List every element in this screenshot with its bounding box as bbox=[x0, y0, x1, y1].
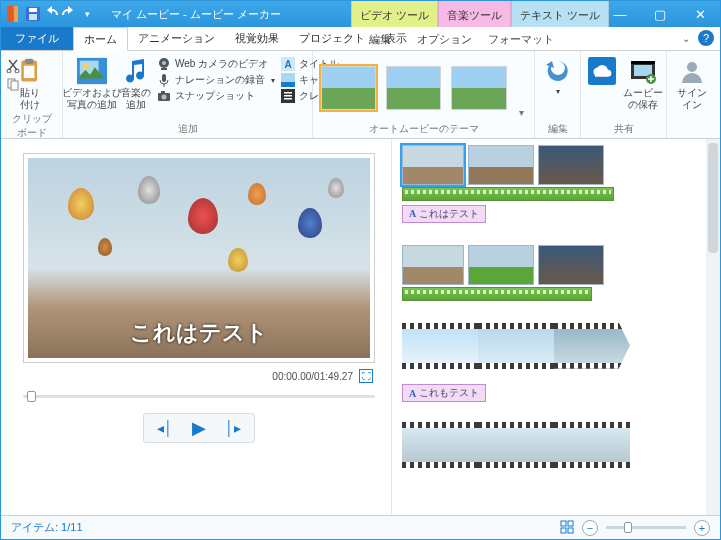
svg-rect-5 bbox=[29, 14, 37, 20]
prev-frame-button[interactable]: ◂│ bbox=[150, 417, 180, 439]
tab-animation[interactable]: アニメーション bbox=[128, 27, 225, 50]
statusbar: アイテム: 1/11 − + bbox=[1, 515, 720, 539]
clip-4[interactable] bbox=[402, 245, 464, 285]
svg-point-36 bbox=[687, 62, 697, 72]
svg-point-17 bbox=[162, 61, 166, 65]
contextual-tab-text[interactable]: テキスト ツール bbox=[511, 1, 609, 27]
transport-controls: ◂│ ▶ │▸ bbox=[143, 413, 255, 443]
camera-icon bbox=[157, 89, 171, 103]
contextual-tab-video[interactable]: ビデオ ツール bbox=[351, 1, 438, 27]
svg-text:A: A bbox=[284, 59, 291, 70]
qat-dropdown-icon[interactable]: ▾ bbox=[79, 6, 95, 22]
tab-home[interactable]: ホーム bbox=[73, 27, 128, 51]
title-icon: A bbox=[281, 57, 295, 71]
svg-rect-22 bbox=[161, 91, 165, 94]
clip-11[interactable] bbox=[478, 422, 554, 468]
tab-file[interactable]: ファイル bbox=[1, 27, 73, 50]
snapshot-button[interactable]: スナップショット bbox=[157, 89, 275, 103]
subtab-format[interactable]: フォーマット bbox=[480, 27, 562, 51]
svg-rect-38 bbox=[568, 521, 573, 526]
next-frame-button[interactable]: │▸ bbox=[218, 417, 248, 439]
clip-12[interactable] bbox=[554, 422, 630, 468]
clip-6[interactable] bbox=[538, 245, 604, 285]
clip-7[interactable] bbox=[402, 323, 478, 369]
onedrive-button[interactable] bbox=[587, 55, 617, 85]
theme-thumb-1[interactable] bbox=[321, 66, 376, 110]
text-track-2[interactable]: Aこれもテスト bbox=[402, 384, 486, 402]
svg-rect-18 bbox=[161, 68, 167, 70]
theme-thumb-3[interactable] bbox=[451, 66, 506, 110]
theme-thumb-2[interactable] bbox=[386, 66, 441, 110]
group-themes-label: オートムービーのテーマ bbox=[319, 120, 528, 136]
app-icon bbox=[7, 6, 23, 22]
collapse-ribbon-icon[interactable]: ⌄ bbox=[682, 33, 690, 44]
preview-video[interactable]: これはテスト bbox=[23, 153, 375, 363]
play-button[interactable]: ▶ bbox=[184, 417, 214, 439]
clip-9[interactable] bbox=[554, 323, 630, 369]
timeline-pane: Aこれはテスト Aこれもテスト bbox=[391, 139, 720, 515]
preview-caption-overlay: これはテスト bbox=[24, 318, 374, 348]
maximize-button[interactable]: ▢ bbox=[640, 1, 680, 27]
text-track-1[interactable]: Aこれはテスト bbox=[402, 205, 486, 223]
onedrive-icon bbox=[587, 57, 617, 85]
narration-button[interactable]: ナレーションの録音▾ bbox=[157, 73, 275, 87]
group-edit-label: 編集 bbox=[541, 120, 574, 136]
close-button[interactable]: ✕ bbox=[680, 1, 720, 27]
status-items: アイテム: 1/11 bbox=[11, 520, 83, 535]
caption-icon bbox=[281, 73, 295, 87]
save-movie-button[interactable]: ムービー の保存 bbox=[623, 55, 663, 110]
svg-rect-28 bbox=[284, 92, 292, 94]
undo-icon[interactable] bbox=[43, 6, 59, 22]
preview-pane: これはテスト 00:00.00/01:49.27 ⛶ ◂│ ▶ │▸ bbox=[1, 139, 391, 515]
paste-button[interactable]: 貼り 付け bbox=[7, 55, 53, 110]
mic-icon bbox=[157, 73, 171, 87]
zoom-slider[interactable] bbox=[606, 526, 686, 529]
add-music-button[interactable]: 音楽の 追加 bbox=[121, 55, 151, 110]
add-video-photo-button[interactable]: ビデオおよび 写真の追加 bbox=[69, 55, 115, 110]
help-icon[interactable]: ? bbox=[698, 30, 714, 46]
themes-more-icon[interactable]: ▾ bbox=[515, 58, 528, 118]
time-display: 00:00.00/01:49.27 bbox=[272, 371, 353, 382]
credit-icon bbox=[281, 89, 295, 103]
clip-2[interactable] bbox=[468, 145, 534, 185]
save-movie-icon bbox=[628, 57, 658, 85]
svg-rect-33 bbox=[631, 61, 655, 64]
fullscreen-icon[interactable]: ⛶ bbox=[359, 369, 373, 383]
rotate-button[interactable]: ▾ bbox=[541, 55, 574, 96]
clip-1[interactable] bbox=[402, 145, 464, 185]
svg-rect-8 bbox=[24, 66, 35, 78]
redo-icon[interactable] bbox=[61, 6, 77, 22]
webcam-video-button[interactable]: Web カメラのビデオ bbox=[157, 57, 275, 71]
contextual-tab-music[interactable]: 音楽ツール bbox=[438, 1, 511, 27]
copy-icon[interactable] bbox=[6, 77, 20, 91]
cut-icon[interactable] bbox=[6, 59, 20, 73]
audio-track-2[interactable] bbox=[402, 287, 592, 301]
clip-5[interactable] bbox=[468, 245, 534, 285]
subtab-option[interactable]: オプション bbox=[409, 27, 480, 51]
user-icon bbox=[677, 57, 707, 85]
svg-rect-0 bbox=[7, 6, 13, 22]
titlebar: ▾ マイ ムービー - ムービー メーカー ビデオ ツール 音楽ツール テキスト… bbox=[1, 1, 720, 27]
seek-slider[interactable] bbox=[23, 389, 375, 403]
photo-icon bbox=[77, 57, 107, 85]
audio-track-1[interactable] bbox=[402, 187, 614, 201]
window-title: マイ ムービー - ムービー メーカー bbox=[111, 7, 281, 22]
clip-10[interactable] bbox=[402, 422, 478, 468]
clip-8[interactable] bbox=[478, 323, 554, 369]
svg-rect-40 bbox=[568, 528, 573, 533]
vertical-scrollbar[interactable] bbox=[706, 139, 720, 515]
svg-rect-12 bbox=[11, 81, 18, 90]
zoom-out-button[interactable]: − bbox=[582, 520, 598, 536]
svg-rect-26 bbox=[281, 82, 295, 87]
subtab-edit[interactable]: 編集 bbox=[351, 27, 409, 51]
tab-effects[interactable]: 視覚効果 bbox=[225, 27, 289, 50]
svg-rect-37 bbox=[561, 521, 566, 526]
svg-rect-30 bbox=[284, 98, 292, 100]
view-thumb-icon[interactable] bbox=[560, 520, 574, 536]
signin-button[interactable]: サインイン bbox=[673, 55, 711, 110]
ribbon-tabs: ファイル ホーム アニメーション 視覚効果 プロジェクト 表示 編集 オプション… bbox=[1, 27, 720, 51]
rotate-icon bbox=[543, 57, 573, 85]
zoom-in-button[interactable]: + bbox=[694, 520, 710, 536]
clip-3[interactable] bbox=[538, 145, 604, 185]
save-icon[interactable] bbox=[25, 6, 41, 22]
